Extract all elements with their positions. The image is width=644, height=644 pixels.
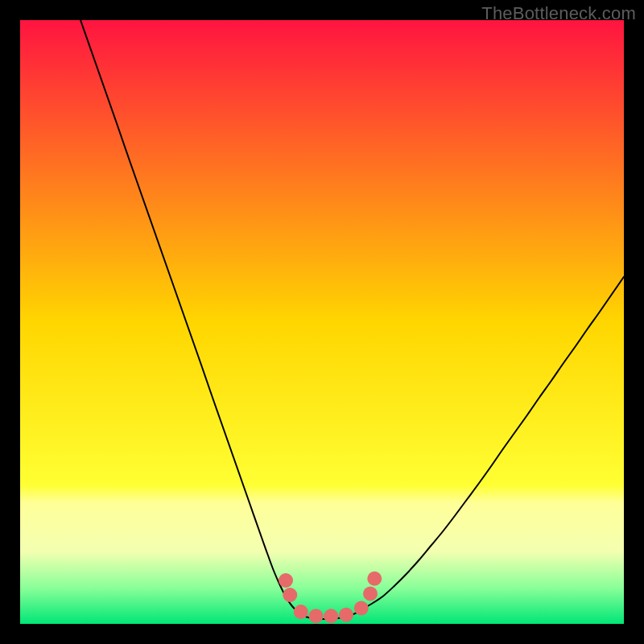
valley-marker [324, 609, 338, 623]
valley-marker [367, 572, 382, 586]
gradient-background [20, 20, 624, 624]
valley-marker [363, 587, 378, 601]
valley-marker [283, 588, 297, 602]
valley-marker [279, 573, 293, 588]
valley-marker [354, 601, 369, 616]
valley-marker [294, 605, 308, 619]
watermark-text: TheBottleneck.com [481, 3, 636, 24]
chart-frame: TheBottleneck.com [0, 0, 644, 644]
valley-marker [309, 609, 324, 623]
valley-marker [339, 608, 353, 622]
bottleneck-curve-chart [20, 20, 624, 624]
